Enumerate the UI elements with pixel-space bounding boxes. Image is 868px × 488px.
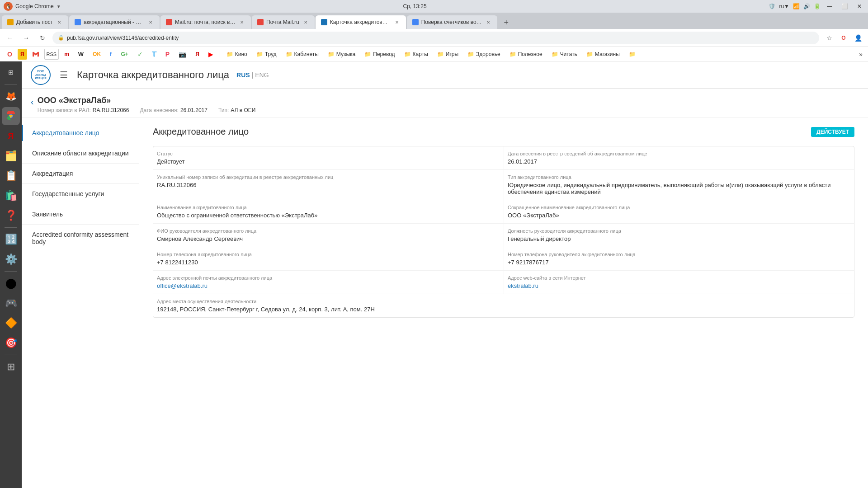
nav-item-opisanie[interactable]: Описание области аккредитации bbox=[22, 145, 139, 161]
tab-2[interactable]: аккредатационный - По... ✕ bbox=[69, 15, 160, 29]
os-app-chrome[interactable] bbox=[2, 107, 20, 125]
forward-button[interactable]: → bbox=[20, 32, 33, 44]
os-app-pinball[interactable]: 🎯 bbox=[2, 334, 20, 352]
bookmark-plus[interactable]: G+ bbox=[117, 49, 132, 60]
bookmarks-more-button[interactable]: » bbox=[857, 51, 864, 58]
browser-title: Google Chrome bbox=[15, 3, 54, 9]
content-title: Аккредитованное лицо bbox=[153, 127, 249, 137]
address-bar[interactable]: 🔒 pub.fsa.gov.ru/ral/view/31146/accredit… bbox=[52, 32, 819, 44]
os-app-obs[interactable]: ⬤ bbox=[2, 274, 20, 292]
bookmark-m[interactable]: m bbox=[61, 49, 73, 60]
tab-5-close[interactable]: ✕ bbox=[393, 19, 401, 26]
back-button[interactable]: ← bbox=[4, 32, 16, 44]
os-app-vlc[interactable]: 🔶 bbox=[2, 314, 20, 332]
tab-4[interactable]: Почта Mail.ru ✕ bbox=[252, 15, 315, 29]
label-phone: Номер телефона аккредитованного лица bbox=[157, 252, 500, 257]
bookmark-rss[interactable]: RSS bbox=[44, 49, 59, 60]
window-maximize[interactable]: ⬜ bbox=[839, 2, 851, 10]
tab-3[interactable]: Mail.ru: почта, поиск в и... ✕ bbox=[160, 15, 251, 29]
os-app-notes[interactable]: 📋 bbox=[2, 167, 20, 185]
label-website: Адрес web-сайта в сети Интернет bbox=[508, 275, 850, 281]
os-app-help[interactable]: ❓ bbox=[2, 206, 20, 225]
label-email: Адрес электронной почты аккредитованного… bbox=[157, 275, 500, 281]
tab-5[interactable]: Карточка аккредитован... ✕ bbox=[316, 15, 406, 29]
shield-icon: 🛡️ bbox=[769, 3, 775, 9]
tab-3-favicon bbox=[166, 19, 172, 25]
os-app-files[interactable]: 🗂️ bbox=[2, 147, 20, 165]
bookmark-folder-chitat[interactable]: 📁 Магазины bbox=[583, 49, 623, 60]
bookmark-folder-igry[interactable]: 📁 Здоровье bbox=[464, 49, 504, 60]
tab-2-close[interactable]: ✕ bbox=[147, 19, 154, 26]
bookmark-gmail[interactable] bbox=[29, 49, 42, 60]
info-row-2: Уникальный номер записи об аккредитации … bbox=[153, 170, 854, 200]
os-logo: 🐧 bbox=[4, 2, 13, 11]
bookmark-fb[interactable]: f bbox=[106, 49, 115, 60]
site-header: РОС АККРЕД ИТАЦИЯ ☰ Карточка аккредитова… bbox=[22, 61, 868, 89]
nav-item-akkreditaciya[interactable]: Аккредитация bbox=[22, 165, 139, 182]
bookmark-folder-youtube[interactable]: 📁 Кино bbox=[223, 49, 251, 60]
reload-button[interactable]: ↻ bbox=[36, 32, 49, 44]
os-divider-4 bbox=[5, 355, 17, 355]
lang-eng[interactable]: ENG bbox=[255, 71, 269, 79]
bookmark-yandex[interactable]: Я bbox=[18, 49, 27, 60]
bookmark-youtube[interactable]: ▶ bbox=[205, 49, 217, 60]
tab-4-close[interactable]: ✕ bbox=[302, 19, 309, 26]
os-divider-2 bbox=[5, 227, 17, 228]
new-tab-button[interactable]: + bbox=[500, 16, 513, 29]
os-app-settings[interactable]: ⚙️ bbox=[2, 250, 20, 268]
nav-item-gosuslugi[interactable]: Государственные услуги bbox=[22, 186, 139, 202]
nav-item-conformity[interactable]: Accredited conformity assessment body bbox=[22, 226, 139, 250]
os-app-overview[interactable]: ⊞ bbox=[2, 63, 20, 81]
tab-6[interactable]: Поверка счетчиков водо... ✕ bbox=[407, 15, 497, 29]
bookmark-instagram[interactable]: 📷 bbox=[175, 49, 190, 60]
os-app-shop[interactable]: 🛍️ bbox=[2, 187, 20, 205]
tab-3-close[interactable]: ✕ bbox=[238, 19, 245, 26]
bookmark-yandex2[interactable]: Я bbox=[192, 49, 203, 60]
bookmark-folder-trud[interactable]: 📁 Кабинеты bbox=[282, 49, 322, 60]
bookmark-pocket[interactable]: P bbox=[162, 49, 173, 60]
bookmark-check[interactable]: ✓ bbox=[134, 49, 146, 60]
label-director-phone: Номер телефона руководителя аккредитован… bbox=[508, 252, 850, 257]
info-row-6: Адрес электронной почты аккредитованного… bbox=[153, 271, 854, 294]
tab-1[interactable]: Добавить пост ✕ bbox=[2, 15, 68, 29]
bookmark-folder-perevod[interactable]: 📁 Карты bbox=[401, 49, 432, 60]
back-arrow-icon[interactable]: ‹ bbox=[31, 97, 34, 107]
nav-item-akkreditovannoe[interactable]: Аккредитованное лицо bbox=[22, 125, 139, 141]
bookmark-odnoklassniki[interactable]: OK bbox=[89, 49, 104, 60]
os-app-yandex[interactable]: Я bbox=[2, 127, 20, 145]
lang-rus[interactable]: RUS bbox=[236, 71, 250, 79]
tab-6-close[interactable]: ✕ bbox=[485, 19, 492, 26]
window-close[interactable]: ✕ bbox=[854, 2, 864, 10]
os-app-grid[interactable]: ⊞ bbox=[2, 358, 20, 376]
profile-icon[interactable]: 👤 bbox=[852, 32, 864, 44]
bookmark-opera[interactable]: O bbox=[4, 49, 16, 60]
bookmark-twitter[interactable]: 𝕋 bbox=[148, 49, 160, 60]
title-bar-right: 🛡️ ru▼ 📶 🔊 🔋 — ⬜ ✕ bbox=[769, 2, 864, 10]
label-type: Тип аккредитованного лица bbox=[508, 174, 850, 180]
type-label: Тип: bbox=[218, 107, 229, 113]
status-badge: ДЕЙСТВУЕТ bbox=[811, 127, 854, 137]
os-app-calculator[interactable]: 🔢 bbox=[2, 230, 20, 249]
window-minimize[interactable]: — bbox=[824, 2, 835, 10]
bookmark-folder-zdorovie[interactable]: 📁 Полезное bbox=[506, 49, 546, 60]
label-position: Должность руководителя аккредитованного … bbox=[508, 228, 850, 234]
label-reg-date: Дата внесения в реестр сведений об аккре… bbox=[508, 151, 850, 156]
bookmark-folder-poleznoe[interactable]: 📁 Читать bbox=[548, 49, 581, 60]
bookmark-folder-music[interactable]: 📁 Перевод bbox=[361, 49, 398, 60]
tab-1-close[interactable]: ✕ bbox=[56, 19, 63, 26]
bookmark-folder-karty[interactable]: 📁 Игры bbox=[434, 49, 462, 60]
site-wrapper: РОС АККРЕД ИТАЦИЯ ☰ Карточка аккредитова… bbox=[22, 61, 868, 488]
bookmark-folder-kino[interactable]: 📁 Труд bbox=[253, 49, 280, 60]
opera-icon[interactable]: O bbox=[837, 32, 850, 44]
bookmark-wiki[interactable]: W bbox=[75, 49, 87, 60]
bookmark-star-icon[interactable]: ☆ bbox=[823, 32, 835, 44]
hamburger-menu[interactable]: ☰ bbox=[58, 68, 70, 82]
bookmark-folder-kabinety[interactable]: 📁 Музыка bbox=[324, 49, 359, 60]
title-dropdown-icon[interactable]: ▼ bbox=[57, 4, 61, 9]
tab-6-favicon bbox=[412, 19, 419, 25]
os-app-steam[interactable]: 🎮 bbox=[2, 294, 20, 312]
value-email: office@ekstralab.ru bbox=[157, 282, 500, 289]
bookmark-folder-magaziny[interactable]: 📁 bbox=[625, 49, 641, 60]
nav-item-zayavitel[interactable]: Заявитель bbox=[22, 206, 139, 222]
os-app-firefox[interactable]: 🦊 bbox=[2, 87, 20, 105]
